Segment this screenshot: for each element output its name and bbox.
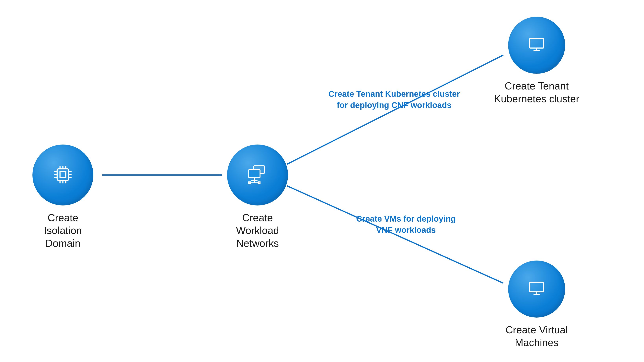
node-virtual-machines bbox=[508, 260, 565, 318]
svg-rect-25 bbox=[530, 282, 544, 292]
node-workload-networks bbox=[227, 144, 288, 206]
chip-icon bbox=[51, 163, 74, 187]
node-isolation-domain-label: CreateIsolationDomain bbox=[4, 212, 122, 250]
edge-label-cnf: Create Tenant Kubernetes clusterfor depl… bbox=[320, 88, 468, 111]
node-isolation-domain bbox=[32, 144, 94, 206]
svg-rect-0 bbox=[57, 169, 69, 180]
monitor-icon bbox=[526, 278, 547, 300]
svg-rect-1 bbox=[60, 172, 66, 178]
node-virtual-machines-label: Create VirtualMachines bbox=[478, 324, 596, 349]
node-kubernetes-cluster-label: Create TenantKubernetes cluster bbox=[478, 80, 596, 105]
edge-label-vnf: Create VMs for deployingVNF workloads bbox=[332, 213, 480, 236]
svg-rect-15 bbox=[249, 170, 260, 178]
monitor-icon bbox=[526, 34, 547, 56]
node-kubernetes-cluster bbox=[508, 17, 565, 74]
svg-rect-22 bbox=[530, 38, 544, 48]
node-workload-networks-label: CreateWorkloadNetworks bbox=[198, 212, 316, 250]
networked-monitors-icon bbox=[245, 162, 270, 188]
